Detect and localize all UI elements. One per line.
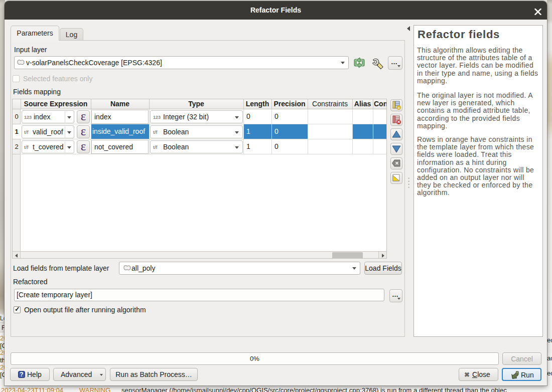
svg-text:✕: ✕ [397,120,400,124]
svg-text:+: + [397,106,400,110]
